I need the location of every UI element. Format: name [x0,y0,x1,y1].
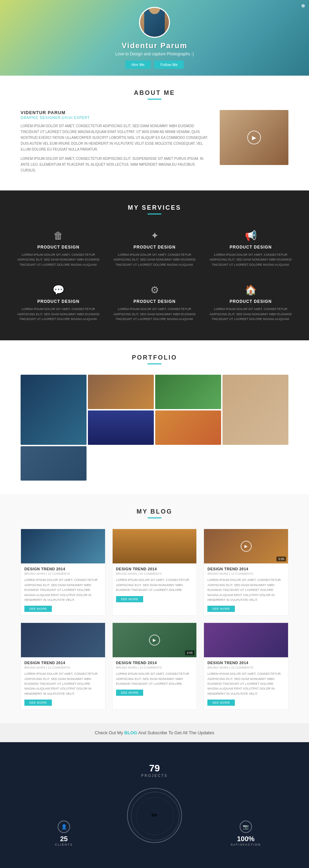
service-desc-3: LOREM IPSUM DOLOR SIT AMET, CONSECTETUR … [209,252,292,267]
service-title-1: PRODUCT DESIGN [17,245,100,250]
video-duration: 3:95 [276,557,286,561]
see-more-button[interactable]: SEE MORE [24,606,52,612]
blog-content-5: DESIGN TREND 2014 BRUNO MARS | 13 COMMEN… [113,657,197,699]
hero-name: Videntur Parum [122,41,187,50]
stats-clients: 👤 25 CLIENTS [55,821,73,846]
product-design-icon-6: 🏠 [209,284,292,296]
video-duration: 3:05 [185,650,195,655]
video-play-button[interactable]: ▶ [247,131,261,144]
product-design-icon-2: ✦ [113,230,196,241]
services-title: MY SERVICES [14,204,295,211]
blog-post-title: DESIGN TREND 2014 [24,567,102,571]
service-title-2: PRODUCT DESIGN [113,245,196,250]
clients-icon: 👤 [58,821,70,833]
hero-dot [301,4,305,8]
blog-card: DESIGN TREND 2014 BRUNO MARS | 15 COMMEN… [204,623,288,710]
blog-image-1 [21,529,105,563]
blog-divider [148,517,161,518]
product-design-icon-1: 🗑 [17,230,100,241]
blog-cta-suffix: And Subscribe To Get All The Updates [138,730,214,735]
service-item: 💬 PRODUCT DESIGN LOREM IPSUM DOLOR SIT A… [14,279,103,327]
service-title-3: PRODUCT DESIGN [209,245,292,250]
about-text: VIDENTUR PARUM GRAPHIC DESIGNER,UX/UI EX… [21,110,209,177]
portfolio-divider [148,363,161,364]
services-section: MY SERVICES 🗑 PRODUCT DESIGN LOREM IPSUM… [0,190,309,340]
blog-card: DESIGN TREND 2014 BRUNO MARS | 15 COMMEN… [112,529,197,616]
hero-section: Videntur Parum Love to Design and captur… [0,0,309,76]
blog-meta: BRUNO MARS | 12 COMMENTS [24,572,102,575]
blog-card: DESIGN TREND 2014 BRUNO MARS | 12 COMMEN… [21,529,105,616]
service-item: 📢 PRODUCT DESIGN LOREM IPSUM DOLOR SIT A… [206,225,295,272]
portfolio-item[interactable] [222,375,288,445]
blog-excerpt: LOREM IPSUM DOLOR SIT AMET, CONSECTETUR … [24,578,102,602]
blog-meta: BRUNO MARS | 15 COMMENTS [116,572,193,575]
blog-cta-link[interactable]: BLOG [124,730,137,735]
portfolio-grid [21,375,288,481]
blog-image-4 [21,623,105,657]
blog-grid: DESIGN TREND 2014 BRUNO MARS | 12 COMMEN… [21,529,288,710]
stats-projects-label: PROJECTS [14,774,295,778]
portfolio-item[interactable] [155,375,221,409]
blog-content-6: DESIGN TREND 2014 BRUNO MARS | 15 COMMEN… [204,657,288,709]
see-more-button[interactable]: SEE MORE [116,690,144,696]
about-content: VIDENTUR PARUM GRAPHIC DESIGNER,UX/UI EX… [21,110,288,177]
svg-point-0 [131,792,179,840]
about-person-role: GRAPHIC DESIGNER,UX/UI EXPERT [21,116,209,120]
blog-play-button[interactable]: ▶ [241,541,252,552]
service-title-4: PRODUCT DESIGN [17,299,100,304]
blog-meta: BRUNO MARS | 13 COMMENTS [116,666,193,669]
product-design-icon-4: 💬 [17,284,100,296]
portfolio-item[interactable] [21,446,87,481]
blog-excerpt: LOREM IPSUM DOLOR SIT AMET, CONSECTETUR … [207,578,285,602]
blog-image-6 [204,623,288,657]
see-more-button[interactable]: SEE MORE [116,596,144,602]
hero-buttons: Hire Me Follow Me [125,61,184,69]
service-desc-4: LOREM IPSUM DOLOR SIT AMET, CONSECTETUR … [17,307,100,321]
portfolio-title: PORTFOLIO [21,354,288,361]
blog-image-3: ▶ 3:95 [204,529,288,563]
blog-post-title: DESIGN TREND 2014 [116,661,193,665]
avatar [139,7,170,38]
services-grid: 🗑 PRODUCT DESIGN LOREM IPSUM DOLOR SIT A… [14,225,295,327]
stats-circle-area: 👤 25 CLIENTS ✏ 📷 100% SATISFACTION [14,781,295,850]
product-design-icon-5: ⚙ [113,284,196,296]
blog-title: MY BLOG [21,508,288,515]
see-more-button[interactable]: SEE MORE [207,606,235,612]
blog-excerpt: LOREM IPSUM DOLOR SIT AMET, CONSECTETUR … [116,578,193,592]
about-person-name: VIDENTUR PARUM [21,110,209,115]
blog-content-2: DESIGN TREND 2014 BRUNO MARS | 15 COMMEN… [113,563,197,605]
blog-excerpt: LOREM IPSUM DOLOR SIT AMET, CONSECTETUR … [24,671,102,696]
service-desc-1: LOREM IPSUM DOLOR SIT AMET, CONSECTETUR … [17,252,100,267]
stats-section: 79 PROJECTS 👤 25 CLIENTS ✏ 📷 100% SATISF… [0,742,309,868]
clients-num: 25 [55,835,73,843]
hire-me-button[interactable]: Hire Me [125,61,151,69]
portfolio-item[interactable] [88,410,154,445]
blog-card: DESIGN TREND 2014 BRUNO MARS | 12 COMMEN… [21,623,105,710]
blog-image-2 [113,529,197,563]
hero-tagline: Love to Design and capture Photographs :… [115,52,194,56]
portfolio-item[interactable] [88,375,154,409]
product-design-icon-3: 📢 [209,230,292,241]
blog-content-1: DESIGN TREND 2014 BRUNO MARS | 12 COMMEN… [21,563,105,615]
blog-post-title: DESIGN TREND 2014 [207,567,285,571]
portfolio-item[interactable] [155,410,221,445]
blog-play-button[interactable]: ▶ [149,635,160,646]
service-item: ✦ PRODUCT DESIGN LOREM IPSUM DOLOR SIT A… [110,225,199,272]
see-more-button[interactable]: SEE MORE [207,700,235,706]
portfolio-item[interactable] [21,375,87,445]
service-desc-6: LOREM IPSUM DOLOR SIT AMET, CONSECTETUR … [209,307,292,321]
blog-meta: BRUNO MARS | 12 COMMENTS [24,666,102,669]
follow-me-button[interactable]: Follow Me [154,61,184,69]
about-divider [148,99,161,100]
stats-satisfaction: 📷 100% SATISFACTION [231,821,261,846]
blog-content-4: DESIGN TREND 2014 BRUNO MARS | 12 COMMEN… [21,657,105,709]
about-video[interactable]: ▶ [220,110,288,165]
service-desc-2: LOREM IPSUM DOLOR SIT AMET, CONSECTETUR … [113,252,196,267]
blog-card: ▶ 3:95 DESIGN TREND 2014 BRUNO MARS | 13… [204,529,288,616]
service-item: 🗑 PRODUCT DESIGN LOREM IPSUM DOLOR SIT A… [14,225,103,272]
blog-excerpt: LOREM IPSUM DOLOR SIT AMET, CONSECTETUR … [207,671,285,696]
blog-post-title: DESIGN TREND 2014 [207,661,285,665]
see-more-button[interactable]: SEE MORE [24,700,52,706]
blog-post-title: DESIGN TREND 2014 [116,567,193,571]
blog-meta: BRUNO MARS | 15 COMMENTS [207,666,285,669]
